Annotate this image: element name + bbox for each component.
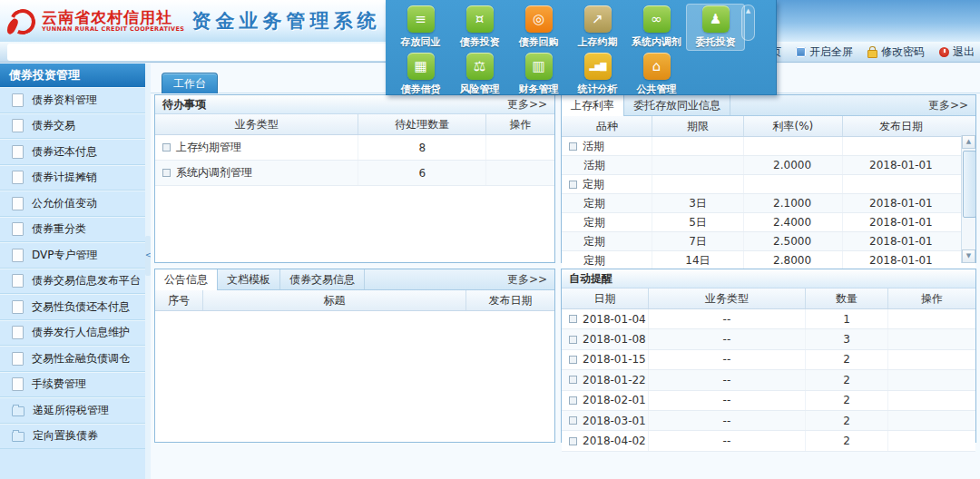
menu-row-1: ≡存放同业¤债券投资◎债券回购↗上存约期∞系统内调剂♟委托投资 (391, 4, 745, 51)
sidebar-item-5[interactable]: 债券重分类 (0, 217, 145, 243)
panel-rates-more-link[interactable]: 更多>> (928, 95, 975, 115)
toolbar-link-logout[interactable]: 退出 (939, 44, 975, 60)
table-row[interactable]: 2018-01-22--2 (562, 370, 975, 390)
sidebar-item-4[interactable]: 公允价值变动 (0, 191, 145, 217)
menu-item-risk-management[interactable]: ⚖风险管理 (450, 51, 509, 98)
scroll-up-icon[interactable]: ▲ (962, 135, 975, 149)
sidebar-item-1[interactable]: 债券交易 (0, 113, 145, 140)
rate-date-cell: 2018-01-01 (843, 213, 959, 231)
column-header: 待处理数量 (358, 114, 486, 134)
cell-text: 2018-01-01 (869, 235, 933, 248)
menu-item-statistics[interactable]: ▂▅▇统计分析 (568, 51, 627, 98)
sidebar-item-11[interactable]: 手续费管理 (0, 372, 145, 398)
menu-item-system-adjustment[interactable]: ∞系统内调剂 (627, 4, 686, 51)
lock-icon (867, 50, 877, 58)
cell-text: 2 (843, 435, 850, 447)
public-management-icon: ⌂ (643, 53, 671, 80)
column-header: 操作 (888, 288, 975, 308)
rate-date-cell: 2018-01-01 (843, 232, 959, 250)
sidebar-item-label: 交易性负债还本付息 (32, 299, 130, 315)
sidebar-item-label: 债券发行人信息维护 (32, 325, 130, 340)
cell-text: 活期 (583, 139, 604, 154)
menu-item-bond-lending[interactable]: ▦债券借贷 (391, 51, 450, 98)
menu-item-deposit-interbank[interactable]: ≡存放同业 (391, 4, 450, 51)
reminder-type-cell: -- (649, 350, 806, 369)
menu-item-label: 财务管理 (509, 83, 568, 96)
rates-scrollbar[interactable]: ▲ ▼ (961, 135, 975, 263)
reminder-count-cell: 2 (806, 350, 888, 369)
table-row[interactable]: 系统内调剂管理6 (155, 161, 554, 186)
menu-row-2: ▦债券借贷⚖风险管理▥财务管理▂▅▇统计分析⌂公共管理 (391, 51, 686, 98)
tab-notice-0[interactable]: 公告信息 (155, 269, 218, 290)
toolbar-link-lock[interactable]: 修改密码 (867, 44, 925, 60)
table-row[interactable]: 定期7日2.50002018-01-01 (562, 232, 975, 251)
table-row[interactable]: 定期5日2.40002018-01-01 (562, 213, 975, 232)
reminder-date-cell: 2018-04-02 (562, 431, 649, 450)
sidebar: 债券投资管理 债券资料管理债券交易债券还本付息债券计提摊销公允价值变动债券重分类… (0, 64, 145, 479)
menu-item-bond-repo[interactable]: ◎债券回购 (509, 4, 568, 51)
table-row[interactable]: 2018-02-01--2 (562, 391, 975, 411)
sidebar-item-13[interactable]: 定向置换债券 (0, 424, 145, 450)
menu-item-bond-investment[interactable]: ¤债券投资 (450, 4, 509, 51)
cell-text: 2 (843, 394, 850, 406)
table-row[interactable]: 2018-01-04--1 (562, 309, 975, 329)
header-logo-area: 云南省农村信用社 YUNNAN RURAL CREDIT COOPERATIVE… (0, 0, 390, 42)
table-row[interactable]: 2018-01-15--2 (562, 350, 975, 370)
sidebar-item-10[interactable]: 交易性金融负债调仓 (0, 346, 145, 372)
menu-item-entrusted-investment[interactable]: ♟委托投资 (686, 4, 745, 51)
column-header: 标题 (203, 290, 466, 310)
table-row[interactable]: 上存约期管理8 (155, 135, 554, 161)
tab-rates-1[interactable]: 委托存放同业信息 (624, 95, 730, 115)
table-row[interactable]: 2018-04-02--2 (562, 431, 975, 451)
column-header: 业务类型 (155, 114, 358, 134)
cell-text: 定期 (583, 215, 605, 230)
column-header: 期限 (652, 116, 743, 136)
table-row[interactable]: 定期 (562, 175, 975, 194)
rate-term-cell (652, 175, 743, 193)
sidebar-item-3[interactable]: 债券计提摊销 (0, 165, 145, 191)
menu-item-finance-management[interactable]: ▥财务管理 (509, 51, 568, 98)
cell-text: 2018-01-01 (869, 159, 933, 171)
sidebar-items: 债券资料管理债券交易债券还本付息债券计提摊销公允价值变动债券重分类DVP专户管理… (0, 87, 145, 449)
table-row[interactable]: 定期3日2.10002018-01-01 (562, 194, 975, 213)
row-bullet-icon (162, 143, 171, 152)
sidebar-item-6[interactable]: DVP专户管理 (0, 242, 145, 269)
rates-table: 品种期限利率(%)发布日期活期活期2.00002018-01-01定期定期3日2… (562, 116, 975, 270)
sidebar-item-12[interactable]: 递延所得税管理 (0, 397, 145, 424)
cell-text: 系统内调剂管理 (176, 165, 252, 181)
tab-rates-0[interactable]: 上存利率 (562, 95, 624, 116)
table-row[interactable]: 活期 (562, 137, 975, 156)
reminder-date-cell: 2018-01-08 (562, 329, 649, 348)
document-icon (12, 197, 24, 210)
reminder-count-cell: 1 (806, 309, 888, 328)
menu-item-label: 上存约期 (568, 35, 627, 49)
sidebar-item-9[interactable]: 债券发行人信息维护 (0, 320, 145, 347)
menu-item-term-deposit[interactable]: ↗上存约期 (568, 4, 627, 51)
menu-scroll-up-icon[interactable]: ▲ (741, 5, 755, 17)
sidebar-item-8[interactable]: 交易性负债还本付息 (0, 294, 145, 320)
document-icon (12, 352, 24, 366)
sidebar-item-0[interactable]: 债券资料管理 (0, 87, 145, 113)
tab-notice-1[interactable]: 文档模板 (218, 269, 280, 289)
toolbar-link-fullscreen[interactable]: 开启全屏 (796, 44, 853, 60)
sidebar-item-7[interactable]: 债券交易信息发布平台 (0, 269, 145, 295)
menu-scrollbar[interactable]: ▲ (741, 5, 755, 41)
tab-workspace[interactable]: 工作台 (162, 73, 218, 93)
todo-type-cell: 系统内调剂管理 (155, 161, 358, 185)
table-row[interactable]: 2018-03-01--2 (562, 411, 975, 431)
table-row[interactable]: 活期2.00002018-01-01 (562, 156, 975, 175)
sidebar-item-2[interactable]: 债券还本付息 (0, 139, 145, 165)
tab-notice-2[interactable]: 债券交易信息 (280, 269, 365, 289)
menu-item-public-management[interactable]: ⌂公共管理 (627, 51, 686, 98)
panel-todo-more-link[interactable]: 更多>> (507, 97, 547, 112)
document-icon (12, 145, 24, 159)
table-row[interactable]: 2018-01-08--3 (562, 329, 975, 349)
cell-text: 8 (418, 142, 426, 154)
table-row[interactable]: 定期14日2.80002018-01-01 (562, 251, 975, 270)
folder-icon (12, 406, 24, 416)
panel-notice-more-link[interactable]: 更多>> (507, 269, 554, 289)
scroll-thumb[interactable] (963, 151, 976, 218)
scroll-down-icon[interactable]: ▼ (962, 249, 975, 263)
row-bullet-icon (569, 356, 577, 364)
cell-text: -- (723, 313, 731, 326)
